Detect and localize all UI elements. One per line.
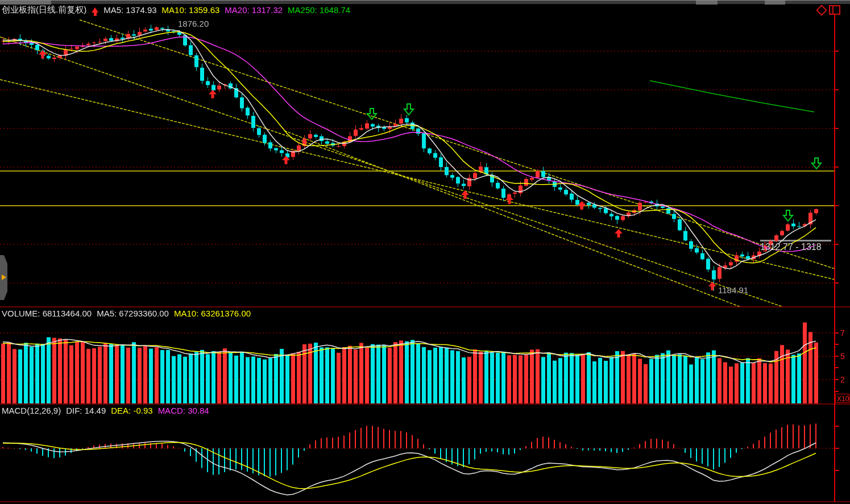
macd-params-label[interactable]: MACD(12,26,9) [2,406,61,415]
ma20-label[interactable]: MA20: 1317.32 [225,5,283,15]
volume-axis-tick-75: 7 [840,328,845,338]
expand-panel-tab[interactable] [0,255,7,300]
up-arrow-icon [92,7,98,13]
chart-canvas[interactable] [0,0,850,504]
dif-label[interactable]: DIF: 14.49 [66,406,106,415]
strip-segment [765,1,785,5]
trading-app-window: 创业板指(日线.前复权) MA5: 1374.93 MA10: 1359.63 … [0,0,850,504]
strip-segment [696,1,718,5]
play-icon [2,274,6,280]
volume-pane-header: VOLUME: 68113464.00 MA5: 67293360.00 MA1… [2,308,251,318]
ma250-label[interactable]: MA250: 1648.74 [288,5,350,15]
window-top-strip [0,0,850,4]
volume-axis-tick-50: 5 [840,352,845,361]
ma5-label[interactable]: MA5: 1374.93 [103,5,156,15]
volume-label[interactable]: VOLUME: 68113464.00 [2,309,92,318]
volume-multiplier-badge: X10 [835,394,849,403]
macd-pane-header: MACD(12,26,9) DIF: 14.49 DEA: -0.93 MACD… [2,405,209,415]
macd-value-label[interactable]: MACD: 30.84 [158,406,209,415]
volume-ma10-label[interactable]: MA10: 63261376.00 [174,309,251,318]
low-price-label: 1184.91 [718,285,748,295]
volume-ma5-label[interactable]: MA5: 67293360.00 [97,309,169,318]
gap-range-label: 1312.77 - 1318 [760,242,832,252]
instrument-title: 创业板指(日线.前复权) [2,5,86,15]
split-window-icon[interactable] [829,5,840,15]
volume-axis-tick-25: 2 [840,375,845,384]
price-pane-header: 创业板指(日线.前复权) MA5: 1374.93 MA10: 1359.63 … [2,5,350,15]
ma10-label[interactable]: MA10: 1359.63 [162,5,220,15]
dea-label[interactable]: DEA: -0.93 [111,406,152,415]
high-price-label: 1876.20 [178,19,209,28]
